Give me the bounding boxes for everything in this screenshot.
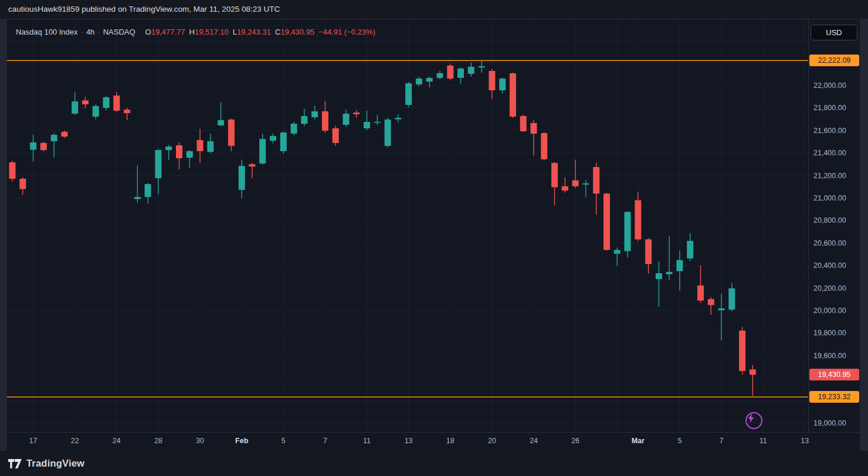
candle-body [82,100,89,104]
candle-body [697,285,704,301]
candlestick-chart[interactable] [7,19,808,433]
candle-body [249,164,255,166]
price-tick-label: 21,400.00 [809,148,860,158]
candle-body [437,73,443,78]
time-tick-label: 30 [196,437,204,445]
candle-body [176,145,182,158]
time-axis[interactable]: 1722242830Feb57111318202426Mar571113 [7,432,860,451]
candle-body [395,118,401,120]
candle-body [72,101,78,114]
time-tick-label: 26 [571,437,579,445]
price-tick-label: 21,200.00 [809,171,860,181]
candle-body [656,273,662,279]
price-tick-label: 19,600.00 [809,351,860,361]
candle-body [51,135,57,141]
candle-body [728,288,735,310]
candle-body [593,167,599,193]
time-tick-label: 5 [282,437,286,445]
chart-pane[interactable]: Nasdaq 100 Index·4h·NASDAQO19,477.77H19,… [7,19,808,432]
price-tick-label: 19,000.00 [809,418,860,429]
candle-body [353,113,360,114]
interval-label[interactable]: 4h [86,28,94,36]
ohlc-values: O19,477.77H19,517.10L19,243.31C19,430.95… [141,28,375,36]
candle-body [343,114,350,125]
candle-body [562,186,568,191]
candle-body [322,111,328,131]
candle-body [750,369,756,375]
lightning-icon [747,413,755,423]
price-tick-label: 21,600.00 [809,125,860,136]
legend-separator: · [94,28,103,36]
candle-body [218,120,224,125]
price-axis[interactable]: USD 22,000.0021,800.0021,600.0021,400.00… [808,19,860,432]
candle-body [666,272,673,274]
candle-body [405,83,412,105]
candle-body [687,241,693,259]
time-tick-label: 5 [677,437,681,445]
candle-body [280,132,287,151]
candle-body [520,116,527,131]
legend-separator: · [78,28,86,36]
tradingview-brand-text[interactable]: TradingView [26,458,84,469]
price-tick-label: 20,200.00 [809,283,860,294]
candle-body [124,110,130,113]
symbol-title[interactable]: Nasdaq 100 Index [16,28,78,36]
candle-body [155,150,161,178]
last-price-badge: 19,430.95 [809,369,859,380]
left-margin [0,19,7,451]
price-tick-label: 22,000.00 [809,80,860,91]
candle-body [103,97,110,108]
low-value: 19,243.31 [237,28,271,36]
candle-body [228,120,235,146]
time-tick-label: 13 [801,437,809,445]
lightning-button[interactable] [745,412,762,429]
candle-body [499,79,506,90]
candle-body [479,66,485,67]
candle-body [718,308,725,310]
candle-body [291,124,297,134]
level-price-badge: 22,222.09 [809,55,859,66]
level-price-badge: 19,233.32 [809,391,859,403]
candle-body [61,132,67,137]
candle-body [270,136,276,141]
close-label: C [275,28,280,36]
candle-body [113,96,120,111]
time-tick-label: Feb [235,437,248,445]
candle-body [625,212,631,251]
candle-body [708,299,714,305]
price-tick-label: 20,600.00 [809,238,860,249]
time-tick-label: 7 [323,437,327,445]
currency-button[interactable]: USD [811,25,857,40]
candle-body [551,163,558,188]
time-tick-label: 22 [71,437,79,445]
price-tick-label: 19,800.00 [809,328,860,338]
chart-legend[interactable]: Nasdaq 100 Index·4h·NASDAQO19,477.77H19,… [16,28,375,36]
price-tick-label: 20,000.00 [809,305,860,316]
candle-body [333,128,339,143]
candle-body [40,143,47,150]
tradingview-logo-icon[interactable] [8,458,22,470]
time-tick-label: 17 [29,437,38,445]
close-value: 19,430.95 [280,28,314,36]
candle-body [30,142,36,150]
time-tick-label: 18 [446,437,455,445]
candle-body [311,111,318,117]
candle-body [614,250,621,254]
candle-body [364,122,370,128]
time-tick-label: 24 [113,437,121,445]
change-value: −44.91 (−0.23%) [318,28,375,36]
candle-body [19,179,26,189]
candle-body [187,151,193,158]
time-tick-label: 20 [488,437,496,445]
candle-body [165,147,172,150]
candle-body [603,193,610,250]
exchange-label: NASDAQ [103,28,135,36]
candle-body [145,184,151,197]
publish-banner-text: cautiousHawk91859 published on TradingVi… [8,5,280,13]
high-value: 19,517.10 [195,28,229,36]
candle-body [739,331,745,371]
tradingview-snapshot: cautiousHawk91859 published on TradingVi… [0,0,868,476]
time-tick-label: Mar [632,437,645,445]
price-tick-label: 20,400.00 [809,260,860,271]
price-tick-label: 21,800.00 [809,103,860,113]
